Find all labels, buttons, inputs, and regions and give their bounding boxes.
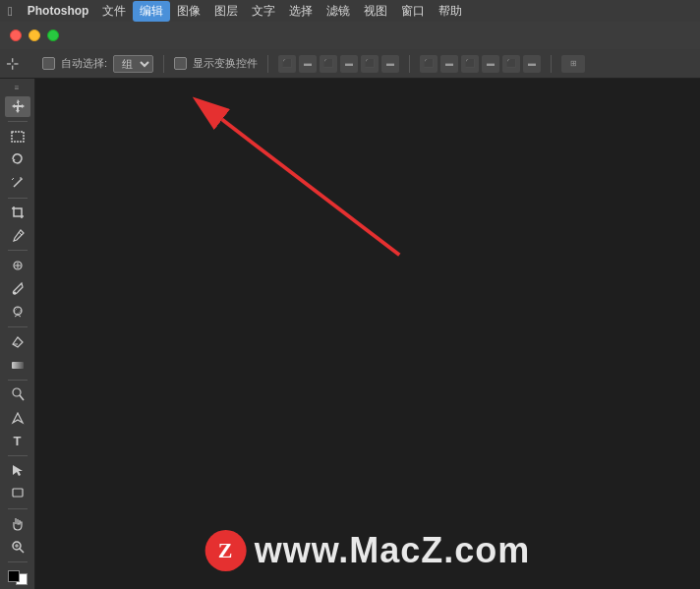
menu-item-image[interactable]: 图像 xyxy=(170,1,207,22)
clone-icon xyxy=(10,304,26,320)
align-right-icon[interactable]: ⬛ xyxy=(320,55,337,73)
watermark-logo: Z xyxy=(205,530,247,571)
path-select-tool[interactable] xyxy=(5,460,30,482)
menu-item-filter[interactable]: 滤镜 xyxy=(320,1,357,22)
svg-rect-0 xyxy=(12,132,24,142)
menu-bar:  Photoshop 文件 编辑 图像 图层 文字 选择 滤镜 视图 窗口 帮… xyxy=(0,0,700,22)
align-top-icon[interactable]: ▬ xyxy=(340,55,358,73)
auto-select-dropdown[interactable]: 组 xyxy=(113,55,153,73)
menu-item-view[interactable]: 视图 xyxy=(357,1,394,22)
pen-tool[interactable] xyxy=(5,407,30,429)
svg-point-19 xyxy=(13,388,21,396)
magic-wand-icon xyxy=(10,175,26,191)
watermark-text: www.MacZ.com xyxy=(255,530,531,571)
menu-item-photoshop[interactable]: Photoshop xyxy=(21,2,96,20)
svg-line-27 xyxy=(222,120,399,256)
menu-item-help[interactable]: 帮助 xyxy=(432,1,469,22)
maximize-button[interactable] xyxy=(47,29,59,41)
distribute-icon-group: ⬛ ▬ ⬛ ▬ ⬛ ▬ xyxy=(420,55,541,73)
auto-select-label: 自动选择: xyxy=(61,56,107,71)
menu-item-layer[interactable]: 图层 xyxy=(207,1,245,22)
annotation-arrow-overlay xyxy=(35,79,700,589)
show-transform-label: 显示变换控件 xyxy=(193,56,258,71)
eyedropper-icon xyxy=(10,228,26,244)
dist-right-icon[interactable]: ⬛ xyxy=(461,55,479,73)
move-tool-icon: ⊹ xyxy=(6,54,19,73)
marquee-tool[interactable] xyxy=(5,126,30,147)
options-divider-2 xyxy=(267,55,268,73)
svg-line-20 xyxy=(20,395,24,400)
options-divider-4 xyxy=(551,55,552,73)
hand-tool[interactable] xyxy=(5,513,30,535)
toolbar: ≡ xyxy=(0,79,35,589)
menu-item-select[interactable]: 选择 xyxy=(282,1,320,22)
svg-rect-18 xyxy=(12,362,24,369)
options-bar: ⊹ 自动选择: 组 显示变换控件 ⬛ ▬ ⬛ ▬ ⬛ ▬ ⬛ ▬ ⬛ ▬ ⬛ ▬… xyxy=(0,49,700,79)
move-tool[interactable] xyxy=(5,96,30,118)
close-button[interactable] xyxy=(10,29,22,41)
pen-icon xyxy=(10,410,26,426)
eyedropper-tool[interactable] xyxy=(5,225,30,247)
canvas-area: Z www.MacZ.com xyxy=(35,79,700,589)
options-divider-3 xyxy=(409,55,410,73)
eraser-tool[interactable] xyxy=(5,331,30,353)
menu-item-file[interactable]: 文件 xyxy=(95,1,133,22)
dist-center-v-icon[interactable]: ⬛ xyxy=(502,55,520,73)
tool-separator-7 xyxy=(8,508,28,509)
zoom-tool[interactable] xyxy=(5,536,30,558)
svg-line-15 xyxy=(15,309,16,310)
healing-tool[interactable] xyxy=(5,255,30,276)
lasso-icon xyxy=(10,151,26,167)
color-swatches[interactable] xyxy=(5,566,30,589)
svg-line-2 xyxy=(12,178,14,180)
path-select-icon xyxy=(10,463,26,479)
dist-left-icon[interactable]: ⬛ xyxy=(420,55,438,73)
tool-separator-6 xyxy=(8,455,28,456)
watermark: Z www.MacZ.com xyxy=(205,530,531,571)
dodge-tool[interactable] xyxy=(5,384,30,406)
minimize-button[interactable] xyxy=(29,29,40,41)
menu-item-window[interactable]: 窗口 xyxy=(394,1,432,22)
svg-line-16 xyxy=(19,313,20,314)
gradient-tool[interactable] xyxy=(5,354,30,376)
lasso-tool[interactable] xyxy=(5,148,30,170)
menu-item-type[interactable]: 文字 xyxy=(245,1,282,22)
move-tool-svg xyxy=(10,98,26,114)
shape-tool[interactable] xyxy=(5,484,30,505)
svg-line-5 xyxy=(19,232,22,235)
crop-icon xyxy=(10,205,26,220)
dist-bottom-icon[interactable]: ▬ xyxy=(523,55,541,73)
auto-select-checkbox[interactable] xyxy=(42,57,55,70)
dist-center-h-icon[interactable]: ▬ xyxy=(440,55,458,73)
brush-icon xyxy=(10,281,26,297)
menu-item-edit[interactable]: 编辑 xyxy=(133,1,170,22)
healing-icon xyxy=(10,258,26,273)
svg-rect-21 xyxy=(13,489,23,497)
svg-line-23 xyxy=(20,549,24,553)
svg-line-1 xyxy=(14,179,22,187)
type-tool[interactable]: T xyxy=(5,431,30,452)
svg-point-9 xyxy=(13,291,16,294)
brush-tool[interactable] xyxy=(5,278,30,300)
zoom-icon xyxy=(10,539,26,555)
tool-separator-2 xyxy=(8,198,28,199)
align-bottom-icon[interactable]: ▬ xyxy=(381,55,399,73)
eraser-icon xyxy=(10,333,26,349)
type-icon: T xyxy=(14,435,22,447)
clone-tool[interactable] xyxy=(5,301,30,323)
crop-tool[interactable] xyxy=(5,202,30,223)
align-center-h-icon[interactable]: ▬ xyxy=(299,55,317,73)
tool-separator-8 xyxy=(8,561,28,562)
show-transform-checkbox[interactable] xyxy=(174,57,187,70)
dist-top-icon[interactable]: ▬ xyxy=(482,55,499,73)
magic-wand-tool[interactable] xyxy=(5,172,30,194)
tool-separator-1 xyxy=(8,121,28,122)
arrange-icon[interactable]: ⊞ xyxy=(561,55,585,73)
tool-separator-5 xyxy=(8,380,28,381)
align-center-v-icon[interactable]: ⬛ xyxy=(361,55,379,73)
marquee-icon xyxy=(10,129,26,145)
apple-menu[interactable]:  xyxy=(8,4,13,19)
main-area: ≡ xyxy=(0,79,700,589)
toolbar-expander[interactable]: ≡ xyxy=(0,83,34,94)
align-left-icon[interactable]: ⬛ xyxy=(278,55,296,73)
